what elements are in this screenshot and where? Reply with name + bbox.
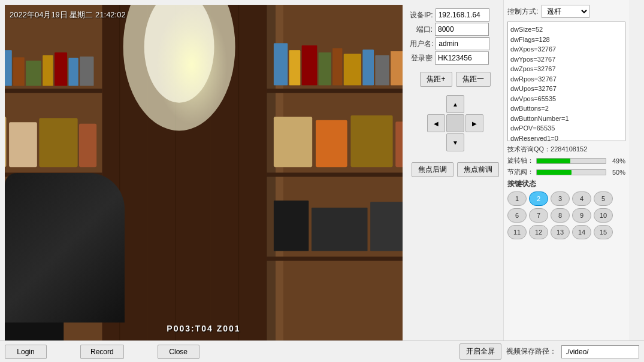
fullscreen-button[interactable]: 开启全屏 (459, 343, 501, 360)
ptz-right-button[interactable]: ▶ (465, 114, 483, 132)
svg-rect-22 (267, 89, 403, 93)
svg-rect-29 (332, 48, 342, 85)
num-btn-15[interactable]: 15 (594, 225, 613, 239)
log-line: dwYpos=32767 (510, 54, 622, 65)
num-btn-11[interactable]: 11 (507, 225, 527, 239)
svg-rect-39 (395, 121, 403, 167)
num-btn-4[interactable]: 4 (572, 191, 591, 206)
focus-backward-button[interactable]: 焦点后调 (412, 162, 453, 177)
port-input[interactable] (435, 23, 489, 36)
video-path-label: 视频保存路径： (506, 346, 557, 357)
bottom-bar: Login Record Close 开启全屏 视频保存路径： (0, 340, 644, 362)
log-line: dwPOV=65535 (510, 123, 622, 133)
log-line: dwButtons=2 (510, 104, 622, 114)
btn-state-title: 按键状态 (507, 179, 625, 189)
num-btn-1[interactable]: 1 (507, 191, 527, 206)
svg-rect-23 (267, 173, 403, 177)
video-section: 2022年04月19日 星期二 21:42:02 P003:T04 Z001 (0, 0, 407, 340)
log-line: dwUpos=32767 (510, 84, 622, 94)
zoom-buttons-row: 焦距+ 焦距一 (410, 72, 501, 87)
svg-rect-30 (344, 54, 361, 86)
control-mode-select[interactable]: 遥杆 (542, 5, 589, 18)
ptz-empty-br (465, 133, 483, 151)
svg-rect-36 (274, 117, 312, 167)
control-mode-label: 控制方式: (507, 7, 538, 17)
num-btn-3[interactable]: 3 (551, 191, 570, 206)
ptz-center (446, 114, 464, 132)
svg-rect-16 (79, 124, 96, 167)
svg-rect-28 (319, 52, 331, 85)
svg-rect-11 (68, 58, 78, 86)
password-label: 登录密 (410, 53, 433, 63)
device-ip-label: 设备IP: (410, 10, 433, 20)
rotation-slider-bg (536, 158, 606, 164)
ptz-left-button[interactable]: ◀ (427, 114, 445, 132)
svg-rect-41 (274, 200, 309, 251)
port-label: 端口: (410, 25, 433, 35)
rotation-slider-row: 旋转轴： 49% (507, 156, 625, 165)
num-btn-2[interactable]: 2 (529, 191, 548, 206)
ptz-empty-tr (465, 95, 483, 113)
log-line: dwReserved1=0 (510, 133, 622, 142)
num-btn-8[interactable]: 8 (551, 208, 570, 223)
throttle-slider-row: 节流阀： 50% (507, 168, 625, 177)
ptz-empty-bl (427, 133, 445, 151)
svg-rect-6 (5, 50, 12, 86)
zoom-in-button[interactable]: 焦距+ (420, 72, 452, 87)
log-line: dwRpos=32767 (510, 74, 622, 84)
svg-rect-7 (13, 57, 25, 86)
password-input[interactable] (435, 51, 489, 65)
device-ip-input[interactable] (436, 8, 489, 22)
num-btn-9[interactable]: 9 (572, 208, 591, 223)
throttle-slider-fill (537, 170, 572, 175)
svg-rect-32 (375, 55, 389, 85)
rotation-pct: 49% (609, 157, 625, 165)
ptz-empty-tl (427, 95, 445, 113)
svg-rect-9 (43, 55, 53, 86)
num-btn-7[interactable]: 7 (529, 208, 548, 223)
username-row: 用户名: (410, 37, 501, 50)
btn-grid: 123456789101112131415 (507, 191, 625, 239)
log-line: dwVpos=65535 (510, 94, 622, 104)
svg-rect-15 (39, 118, 77, 167)
port-row: 端口: (410, 23, 501, 36)
svg-rect-37 (316, 120, 347, 167)
connection-form: 设备IP: 端口: 用户名: 登录密 (410, 8, 501, 66)
num-btn-13[interactable]: 13 (551, 225, 570, 239)
log-line: dwSize=52 (510, 25, 622, 35)
num-btn-14[interactable]: 14 (572, 225, 591, 239)
num-btn-6[interactable]: 6 (507, 208, 527, 223)
zoom-out-button[interactable]: 焦距一 (456, 72, 491, 87)
throttle-pct: 50% (609, 169, 625, 176)
log-line: dwXpos=32767 (510, 44, 622, 54)
svg-rect-12 (80, 56, 93, 86)
control-mode-row: 控制方式: 遥杆 (507, 5, 625, 18)
rotation-slider-fill (537, 159, 570, 163)
num-btn-5[interactable]: 5 (594, 191, 613, 206)
svg-rect-8 (26, 61, 41, 86)
rotation-label: 旋转轴： (507, 156, 534, 165)
svg-rect-14 (9, 122, 37, 167)
password-row: 登录密 (410, 51, 501, 65)
svg-rect-26 (289, 50, 301, 85)
ptz-down-button[interactable]: ▼ (446, 133, 464, 151)
throttle-label: 节流阀： (507, 168, 534, 177)
focus-forward-button[interactable]: 焦点前调 (457, 162, 499, 177)
svg-rect-13 (5, 117, 6, 167)
login-button[interactable]: Login (5, 345, 47, 359)
ptz-pad: ▲ ◀ ▶ ▼ (427, 95, 483, 151)
tech-info: 技术咨询QQ：2284108152 (507, 145, 625, 154)
num-btn-10[interactable]: 10 (594, 208, 613, 223)
camera-feed: 2022年04月19日 星期二 21:42:02 P003:T04 Z001 (5, 5, 403, 340)
svg-rect-43 (370, 202, 403, 251)
video-path-input[interactable] (561, 345, 639, 358)
log-line: dwFlags=128 (510, 35, 622, 45)
username-input[interactable] (436, 37, 489, 50)
num-btn-12[interactable]: 12 (529, 225, 548, 239)
log-line: dwZpos=32767 (510, 64, 622, 74)
svg-rect-38 (350, 115, 392, 167)
close-button[interactable]: Close (158, 345, 199, 359)
record-button[interactable]: Record (80, 345, 124, 359)
svg-rect-33 (391, 51, 403, 85)
ptz-up-button[interactable]: ▲ (446, 95, 464, 113)
